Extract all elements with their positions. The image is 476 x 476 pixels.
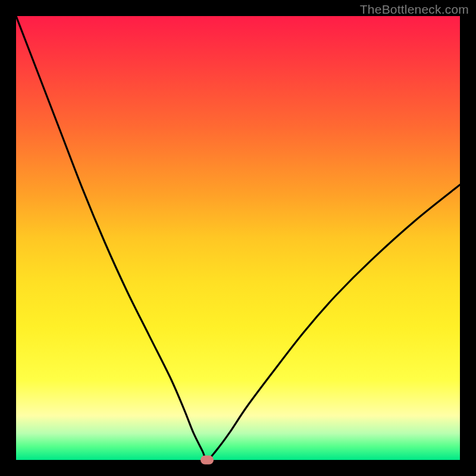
optimum-marker bbox=[201, 456, 214, 465]
bottleneck-curve bbox=[16, 16, 460, 460]
chart-frame: TheBottleneck.com bbox=[0, 0, 476, 476]
plot-area bbox=[16, 16, 460, 460]
watermark-text: TheBottleneck.com bbox=[360, 2, 469, 17]
